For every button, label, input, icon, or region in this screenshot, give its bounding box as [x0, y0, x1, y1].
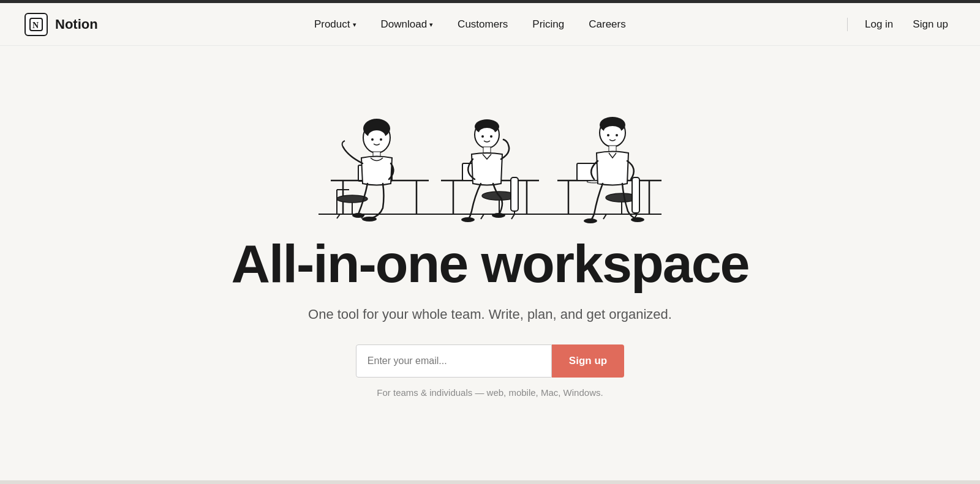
svg-line-33 [481, 214, 484, 219]
svg-point-19 [371, 138, 374, 141]
nav-item-careers[interactable]: Careers [589, 18, 625, 31]
chevron-down-icon: ▾ [353, 21, 356, 29]
chevron-down-icon: ▾ [429, 21, 433, 29]
svg-point-64 [631, 217, 644, 222]
hero-illustration [282, 58, 698, 223]
email-input[interactable] [356, 344, 552, 378]
hero-section: All-in-one workspace One tool for your w… [0, 46, 980, 422]
svg-point-18 [368, 130, 385, 143]
login-button[interactable]: Log in [858, 13, 900, 35]
svg-line-54 [603, 214, 606, 219]
svg-point-22 [352, 213, 364, 218]
bottom-bar [0, 480, 980, 484]
svg-point-60 [607, 134, 609, 136]
nav-item-pricing[interactable]: Pricing [532, 18, 564, 31]
email-form: Sign up [356, 344, 624, 378]
nav-item-customers[interactable]: Customers [458, 18, 508, 31]
nav-item-product[interactable]: Product ▾ [314, 18, 356, 31]
brand-name[interactable]: Notion [55, 17, 98, 32]
svg-point-63 [584, 218, 597, 223]
nav-divider [847, 18, 848, 31]
navbar-right: Log in Sign up [842, 13, 956, 35]
svg-point-23 [362, 217, 377, 222]
svg-point-43 [461, 217, 475, 222]
hero-footer-text: For teams & individuals — web, mobile, M… [377, 387, 603, 398]
svg-line-12 [337, 214, 340, 218]
navbar-center: Product ▾ Download ▾ Customers Pricing C… [314, 18, 626, 31]
svg-rect-42 [483, 147, 491, 153]
svg-point-61 [616, 134, 618, 136]
signup-nav-button[interactable]: Sign up [905, 13, 956, 35]
svg-point-59 [604, 126, 621, 136]
navbar: N Notion Product ▾ Download ▾ Customers … [0, 3, 980, 46]
hero-subtitle: One tool for your whole team. Write, pla… [308, 307, 672, 322]
svg-line-34 [511, 214, 514, 219]
svg-text:N: N [32, 21, 39, 30]
nav-item-download[interactable]: Download ▾ [381, 18, 434, 31]
hero-title: All-in-one workspace [231, 236, 748, 292]
signup-hero-button[interactable]: Sign up [552, 344, 624, 378]
svg-rect-56 [632, 177, 639, 213]
svg-rect-36 [511, 177, 518, 211]
svg-point-39 [479, 128, 495, 138]
svg-point-41 [490, 135, 492, 138]
svg-point-20 [380, 138, 382, 141]
navbar-left: N Notion [24, 13, 98, 36]
svg-point-44 [492, 213, 505, 218]
svg-point-40 [481, 135, 484, 138]
notion-logo-icon[interactable]: N [24, 13, 48, 36]
